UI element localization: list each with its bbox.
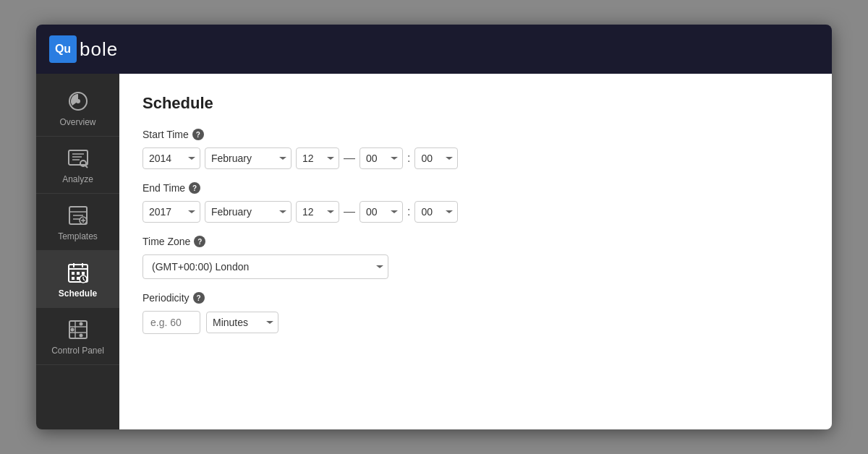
svg-point-1 — [76, 99, 80, 103]
top-bar: Qu bole — [36, 25, 832, 74]
svg-point-31 — [70, 328, 74, 332]
main-layout: Overview Analyze — [36, 74, 832, 429]
end-day-select[interactable]: 12345 678910 11121314 — [296, 201, 339, 223]
svg-rect-20 — [77, 272, 80, 275]
start-time-help-icon[interactable]: ? — [192, 129, 204, 140]
sidebar-item-control-panel-label: Control Panel — [51, 346, 104, 356]
sidebar-item-overview-label: Overview — [59, 117, 95, 127]
periodicity-row: Minutes Hours Days Weeks — [142, 311, 809, 334]
end-month-select[interactable]: JanuaryFebruaryMarch AprilMayJuneJuly Au… — [205, 201, 292, 223]
svg-rect-2 — [69, 150, 88, 165]
sidebar-item-overview[interactable]: Overview — [36, 80, 119, 137]
logo-letters: Qu — [55, 43, 71, 56]
svg-rect-22 — [72, 277, 75, 280]
sidebar-item-templates-label: Templates — [58, 231, 98, 241]
sidebar-item-schedule-label: Schedule — [59, 288, 97, 299]
start-time-label: Start Time ? — [142, 129, 809, 140]
sidebar-item-templates[interactable]: Templates — [36, 194, 119, 251]
svg-line-7 — [85, 166, 88, 168]
control-panel-icon — [65, 317, 91, 343]
analyze-icon — [65, 145, 91, 171]
logo-box: Qu — [49, 35, 77, 63]
page-title: Schedule — [142, 94, 809, 113]
start-month-select[interactable]: JanuaryFebruaryMarch AprilMayJuneJuly Au… — [205, 147, 292, 169]
end-hour-select[interactable]: 00010203 04050607 0809101112 — [359, 201, 403, 223]
start-time-dash: — — [344, 152, 355, 165]
start-time-colon: : — [407, 152, 410, 165]
overview-icon — [65, 88, 91, 114]
app-window: Qu bole Overview — [36, 25, 832, 429]
timezone-select[interactable]: (GMT+00:00) London (GMT-05:00) New York … — [142, 254, 388, 279]
sidebar-item-analyze-label: Analyze — [62, 174, 93, 184]
periodicity-section-label: Periodicity ? — [142, 292, 809, 304]
periodicity-help-icon[interactable]: ? — [193, 292, 205, 304]
templates-icon — [65, 202, 91, 228]
periodicity-input[interactable] — [142, 311, 200, 334]
schedule-icon — [65, 260, 91, 286]
end-minute-select[interactable]: 00051015 20253035 40455055 — [414, 201, 458, 223]
content-area: Schedule Start Time ? 2010201120122013 2… — [119, 74, 832, 429]
svg-rect-19 — [72, 272, 75, 275]
start-year-select[interactable]: 2010201120122013 2014201520162017 — [142, 147, 200, 169]
timezone-section-label: Time Zone ? — [142, 236, 809, 247]
sidebar-item-analyze[interactable]: Analyze — [36, 137, 119, 194]
end-time-colon: : — [407, 205, 410, 218]
end-time-help-icon[interactable]: ? — [189, 182, 200, 194]
start-day-select[interactable]: 12345 678910 11121314 — [296, 147, 339, 169]
svg-rect-21 — [82, 272, 85, 275]
start-time-row: 2010201120122013 2014201520162017 Januar… — [142, 147, 809, 169]
end-time-dash: — — [344, 205, 355, 218]
svg-point-32 — [79, 322, 82, 326]
svg-point-33 — [79, 334, 82, 338]
timezone-help-icon[interactable]: ? — [194, 236, 205, 247]
end-time-row: 2010201120122013 2014201520162017 Januar… — [142, 201, 809, 223]
end-year-select[interactable]: 2010201120122013 2014201520162017 — [142, 201, 200, 223]
sidebar: Overview Analyze — [36, 74, 119, 429]
start-hour-select[interactable]: 00010203 04050607 0809101112 — [359, 147, 403, 169]
sidebar-item-control-panel[interactable]: Control Panel — [36, 308, 119, 365]
periodicity-unit-select[interactable]: Minutes Hours Days Weeks — [206, 312, 278, 333]
start-minute-select[interactable]: 00051015 20253035 40455055 — [414, 147, 458, 169]
timezone-row: (GMT+00:00) London (GMT-05:00) New York … — [142, 254, 809, 279]
sidebar-item-schedule[interactable]: Schedule — [36, 251, 119, 308]
logo-text: bole — [80, 38, 118, 61]
end-time-label: End Time ? — [142, 182, 809, 194]
